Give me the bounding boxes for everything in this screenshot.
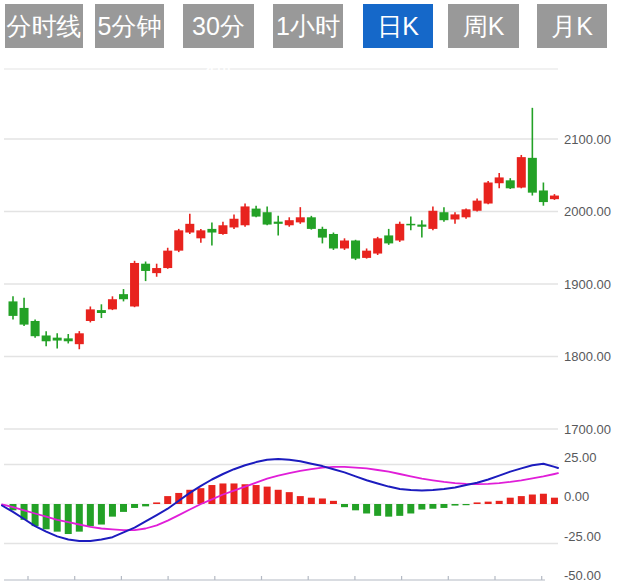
tab-timeline[interactable]: 分时线	[5, 4, 83, 48]
tab-monthly-k[interactable]: 月K	[537, 4, 607, 48]
tab-daily-k[interactable]: 日K	[363, 4, 433, 48]
svg-text:1800.00: 1800.00	[564, 349, 611, 364]
svg-text:2000.00: 2000.00	[564, 204, 611, 219]
timeframe-tabbar: 分时线5分钟30分钟1小时日K周K月K	[0, 4, 607, 48]
kline-chart[interactable]: 2100.002000.001900.001800.001700.0025.00…	[0, 0, 625, 583]
axis-labels: 2100.002000.001900.001800.001700.0025.00…	[564, 132, 611, 583]
svg-text:-50.00: -50.00	[564, 568, 601, 583]
svg-text:0.00: 0.00	[564, 489, 589, 504]
tab-5min[interactable]: 5分钟	[95, 4, 164, 48]
svg-text:1900.00: 1900.00	[564, 277, 611, 292]
svg-text:25.00: 25.00	[564, 450, 597, 465]
tab-1hour[interactable]: 1小时	[273, 4, 343, 48]
svg-text:-25.00: -25.00	[564, 529, 601, 544]
tab-30min[interactable]: 30分钟	[183, 4, 254, 48]
candlestick-series	[9, 108, 559, 349]
svg-text:2100.00: 2100.00	[564, 132, 611, 147]
tab-weekly-k[interactable]: 周K	[448, 4, 519, 48]
svg-text:1700.00: 1700.00	[564, 422, 611, 437]
